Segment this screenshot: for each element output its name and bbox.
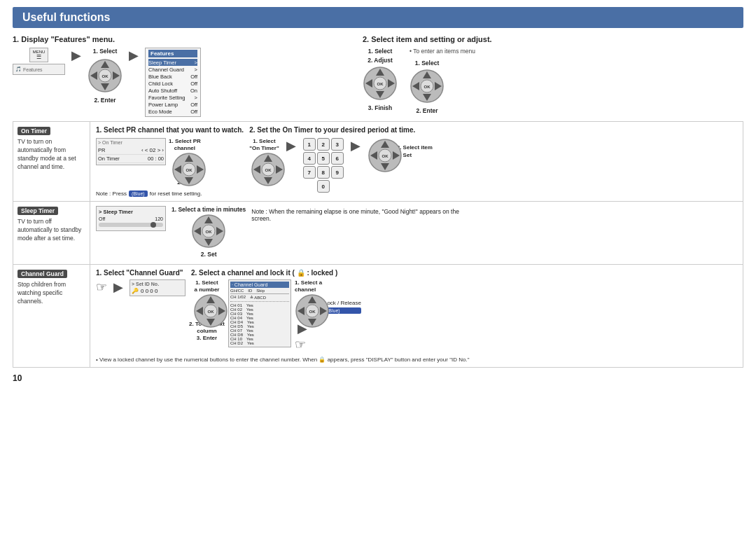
sleep-timer-label: Sleep Timer TV to turn off automatically…: [13, 202, 90, 264]
svg-text:OK: OK: [309, 310, 316, 314]
menu-item-eco: Eco ModeOff: [148, 108, 197, 115]
nav-circle-8: OK: [193, 293, 220, 320]
channel-guard-content: 1. Select "Channel Guard" 2. Select a ch…: [90, 265, 743, 367]
page: Useful functions 1. Display "Features" m…: [0, 0, 756, 390]
cg-sub-header: CH 1/02≙ ABCD: [230, 295, 289, 300]
on-timer-step1: 1. Select PR channel that you want to wa…: [96, 126, 244, 134]
cg-select-label: 1. Select: [195, 279, 218, 286]
menu-item-power-lamp: Power LampOff: [148, 101, 197, 108]
cg-header: GH/CCIDSkip: [230, 289, 289, 294]
features-sub: 🎵 Features: [13, 64, 65, 75]
svg-text:OK: OK: [377, 82, 384, 86]
id-screen: > Set ID No. 🔑 0 0 0 0: [130, 279, 186, 296]
menu-item-auto-shutoff: Auto ShutoffOn: [148, 87, 197, 94]
sleep-timer-badge: Sleep Timer: [18, 207, 58, 215]
svg-text:OK: OK: [424, 85, 431, 89]
num-9: 9: [331, 166, 344, 179]
id-values: 0 0 0 0: [141, 288, 158, 294]
ot-pr-label: PR: [98, 147, 105, 153]
step2-area: 2. Select item and setting or adjust. 1.…: [363, 35, 743, 114]
on-timer-badge: On Timer: [18, 127, 50, 135]
sleep-step1: 1. Select a time in minutes: [172, 206, 246, 213]
num-3: 3: [331, 138, 344, 151]
ot-ontimer-label: On Timer: [98, 155, 120, 162]
menu-item-blue-back: Blue BackOff: [148, 73, 197, 80]
sleep-title: > Sleep Timer: [99, 209, 163, 215]
select-pr-label: 1. Select PR: [169, 138, 201, 144]
page-title: Useful functions: [13, 7, 743, 28]
menu-item-channel-guard: Channel Guard>: [148, 66, 197, 73]
arrow4: ▶: [351, 138, 360, 153]
arrow2: ▶: [129, 48, 139, 63]
ot-pr-val: < 02 >: [145, 147, 161, 153]
step1-select: 1. Select: [93, 48, 118, 55]
nav-circle-1: OK: [88, 58, 122, 93]
nav-circle-7: OK: [191, 214, 226, 249]
num-4: 4: [303, 152, 316, 165]
sleep-note: Note : When the remaining elapse is one …: [251, 208, 475, 222]
on-timer-step2: 2. Set the On Timer to your desired peri…: [249, 126, 737, 134]
sleep-val: 120: [155, 216, 163, 221]
step2-label: 2. Select item and setting or adjust.: [363, 35, 743, 43]
arrow3: ▶: [286, 138, 296, 153]
num-7: 7: [303, 166, 316, 179]
svg-text:OK: OK: [208, 310, 215, 314]
svg-text:OK: OK: [265, 168, 272, 172]
on-timer-note2: for reset time setting.: [150, 191, 202, 197]
ot-ontimer-row: On Timer 00 : 00: [98, 155, 164, 163]
step1-area: 1. Display "Features" menu. MENU ☰ 🎵 Fea…: [13, 35, 363, 117]
slider-thumb: [150, 222, 156, 228]
on-timer-label: On Timer TV to turn on automatically fro…: [13, 122, 90, 201]
svg-text:OK: OK: [102, 74, 109, 78]
menu-icon: MENU ☰: [29, 48, 49, 62]
blue-btn-reset: (Blue): [129, 191, 148, 197]
nav-circle-2: OK: [363, 66, 398, 101]
sleep-set: 2. Set: [201, 251, 217, 258]
channel-guard-desc: Stop children from watching specific cha…: [18, 281, 85, 306]
nav-circle-9: OK: [295, 293, 321, 320]
channel-guard-section: Channel Guard Stop children from watchin…: [13, 265, 743, 367]
num-1: 1: [303, 138, 316, 151]
step2-select: 1. Select: [368, 48, 393, 55]
cg-screen-title: · Channel Guard: [230, 282, 289, 288]
ot-pr-row: PR ‹ < 02 > ›: [98, 146, 164, 155]
step2-finish: 3. Finish: [368, 104, 392, 111]
step2b-enter: 2. Enter: [416, 107, 438, 114]
arrow5: ▶: [113, 279, 123, 295]
num-8: 8: [317, 166, 330, 179]
step2-adjust: 2. Adjust: [368, 57, 393, 64]
nav-circle-6: OK: [368, 138, 394, 165]
cg-row-chd2: CH D2Yes: [230, 341, 289, 345]
features-menu-box: Features Sleep Timer> Channel Guard> Blu…: [145, 48, 201, 117]
step1-label: 1. Display "Features" menu.: [13, 35, 363, 43]
cg-enter-label: 3. Enter: [197, 335, 217, 341]
cg-note: • View a locked channel by use the numer…: [96, 357, 737, 363]
step2b-select: 1. Select: [415, 60, 440, 67]
ot-ontimer-val: 00 : 00: [148, 155, 164, 162]
page-number: 10: [13, 373, 743, 383]
num-2: 2: [317, 138, 330, 151]
menu-item-favorite: Favorite Setting>: [148, 94, 197, 101]
num-0: 0: [317, 180, 330, 193]
cg-step2: 2. Select a channel and lock it ( 🔒 : lo…: [191, 269, 737, 277]
cg-divider: [230, 301, 289, 302]
svg-text:OK: OK: [206, 230, 213, 234]
cg-select-a-label: 1. Select a: [295, 279, 322, 286]
nav-circle-5: OK: [251, 152, 277, 179]
top-section: 1. Display "Features" menu. MENU ☰ 🎵 Fea…: [13, 35, 743, 117]
sleep-off: Off: [99, 216, 105, 221]
num-6: 6: [331, 152, 344, 165]
sleep-timer-section: Sleep Timer TV to turn off automatically…: [13, 202, 743, 265]
channel-guard-badge: Channel Guard: [18, 270, 67, 278]
sleep-timer-screen: > Sleep Timer Off 120: [96, 206, 166, 231]
key-icon: 🔑: [132, 288, 139, 294]
on-timer-content: 1. Select PR channel that you want to wa…: [90, 122, 743, 201]
features-menu-title: Features: [148, 50, 197, 57]
hand-icon-1: ☞: [96, 279, 107, 295]
select-ontimer-label: 1. Select: [253, 138, 275, 144]
num-5: 5: [317, 152, 330, 165]
sleep-bar-labels: Off 120: [99, 216, 163, 221]
step1-enter: 2. Enter: [94, 97, 115, 104]
to-enter-menu: • To enter an items menu: [410, 48, 475, 55]
channel-guard-label: Channel Guard Stop children from watchin…: [13, 265, 90, 367]
